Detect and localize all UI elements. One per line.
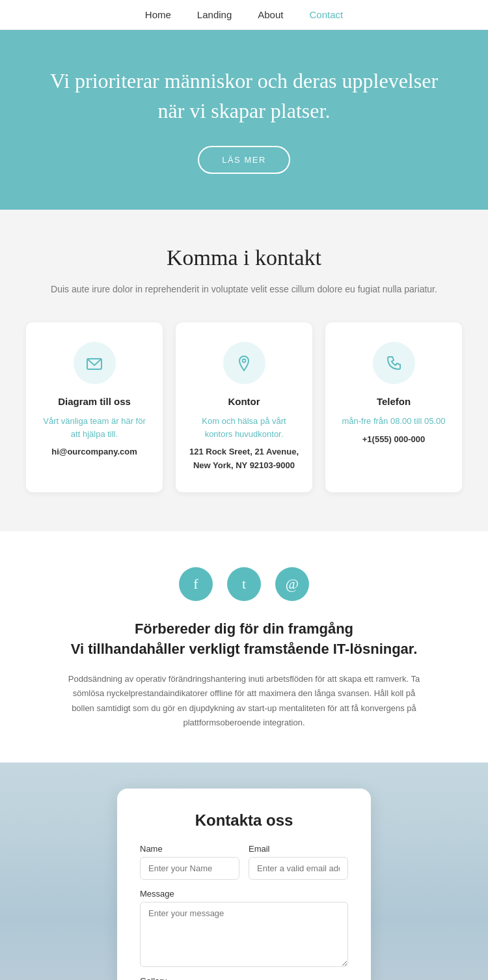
- contact-heading: Komma i kontakt: [26, 245, 462, 270]
- nav-landing[interactable]: Landing: [197, 9, 232, 20]
- hero-heading: Vi prioriterar människor och deras upple…: [39, 66, 449, 126]
- svg-point-1: [243, 359, 246, 362]
- social-icons-row: f t @: [39, 567, 449, 601]
- form-group-email: Email: [249, 844, 348, 880]
- nav-contact[interactable]: Contact: [309, 9, 343, 20]
- hero-button[interactable]: LÄS MER: [198, 146, 290, 174]
- email-icon: [85, 354, 103, 372]
- contact-form-card: Kontakta oss Name Email Message Gallery …: [117, 789, 371, 980]
- message-label: Message: [140, 889, 348, 899]
- form-row-name-email: Name Email: [140, 844, 348, 880]
- social-heading: Förbereder dig för din framgång Vi tillh…: [39, 619, 449, 660]
- email-label: Email: [249, 844, 348, 854]
- card-office: Kontor Kom och hälsa på vårt kontors huv…: [176, 322, 312, 492]
- location-icon-container: [223, 342, 265, 384]
- nav-home[interactable]: Home: [145, 9, 171, 20]
- message-input[interactable]: [140, 902, 348, 967]
- card-email-address: hi@ourcompany.com: [39, 445, 150, 459]
- location-icon: [235, 354, 253, 372]
- form-section: Kontakta oss Name Email Message Gallery …: [0, 763, 488, 980]
- card-office-title: Kontor: [189, 396, 299, 407]
- form-group-message: Message: [140, 889, 348, 967]
- phone-icon-container: [373, 342, 415, 384]
- card-phone-address: +1(555) 000-000: [338, 433, 449, 447]
- gallery-label: Gallery: [140, 976, 348, 980]
- twitter-icon[interactable]: t: [227, 567, 261, 601]
- name-input[interactable]: [140, 857, 239, 880]
- email-input[interactable]: [249, 857, 348, 880]
- card-email-title: Diagram till oss: [39, 396, 150, 407]
- social-body: Poddsändning av operativ förändringshant…: [62, 672, 426, 729]
- hero-section: Vi prioriterar människor och deras upple…: [0, 30, 488, 210]
- card-phone-teal: mån-fre från 08.00 till 05.00: [338, 415, 449, 428]
- form-heading: Kontakta oss: [140, 811, 348, 830]
- nav-about[interactable]: About: [258, 9, 283, 20]
- phone-icon: [385, 354, 403, 372]
- form-group-name: Name: [140, 844, 239, 880]
- contact-cards-section: Komma i kontakt Duis aute irure dolor in…: [0, 210, 488, 531]
- facebook-icon[interactable]: f: [179, 567, 213, 601]
- card-phone-title: Telefon: [338, 396, 449, 407]
- name-label: Name: [140, 844, 239, 854]
- card-office-address: 121 Rock Sreet, 21 Avenue,New York, NY 9…: [189, 445, 299, 473]
- navigation: Home Landing About Contact: [0, 0, 488, 30]
- card-email: Diagram till oss Vårt vänliga team är hä…: [26, 322, 163, 492]
- card-email-teal: Vårt vänliga team är här för att hjälpa …: [39, 415, 150, 440]
- card-office-teal: Kom och hälsa på vårt kontors huvudkonto…: [189, 415, 299, 440]
- cards-container: Diagram till oss Vårt vänliga team är hä…: [26, 322, 462, 492]
- contact-subtitle: Duis aute irure dolor in reprehenderit i…: [26, 282, 462, 296]
- social-section: f t @ Förbereder dig för din framgång Vi…: [0, 531, 488, 763]
- email-icon-container: [74, 342, 116, 384]
- instagram-icon[interactable]: @: [275, 567, 309, 601]
- card-phone: Telefon mån-fre från 08.00 till 05.00 +1…: [325, 322, 462, 492]
